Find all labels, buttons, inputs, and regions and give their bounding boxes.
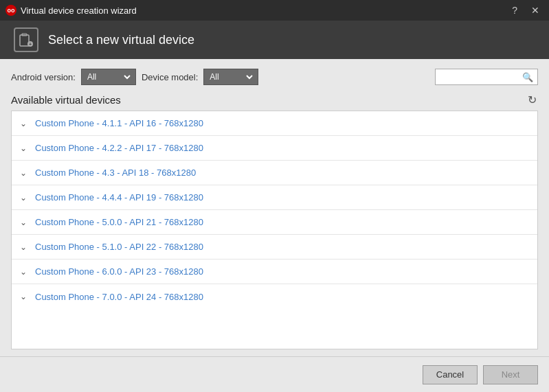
device-model-label: Device model: [142, 72, 198, 82]
content-area: Android version: All Device model: All 🔍… [0, 59, 549, 356]
device-item[interactable]: ⌄Custom Phone - 4.3 - API 18 - 768x1280 [12, 161, 537, 185]
device-item[interactable]: ⌄Custom Phone - 5.1.0 - API 22 - 768x128… [12, 235, 537, 260]
android-version-dropdown[interactable]: All [85, 71, 133, 82]
chevron-down-icon: ⌄ [19, 292, 28, 301]
device-item[interactable]: ⌄Custom Phone - 5.0.0 - API 21 - 768x128… [12, 210, 537, 235]
chevron-down-icon: ⌄ [19, 193, 28, 203]
chevron-down-icon: ⌄ [19, 218, 28, 227]
device-item[interactable]: ⌄Custom Phone - 4.4.4 - API 19 - 768x128… [12, 185, 537, 210]
device-name: Custom Phone - 4.3 - API 18 - 768x1280 [35, 168, 196, 178]
chevron-down-icon: ⌄ [19, 168, 28, 178]
android-version-select[interactable]: All [81, 69, 136, 85]
svg-text:+: + [29, 42, 32, 47]
chevron-down-icon: ⌄ [19, 143, 28, 153]
device-name: Custom Phone - 7.0.0 - API 24 - 768x1280 [35, 292, 203, 302]
device-model-dropdown[interactable]: All [207, 71, 255, 82]
search-box[interactable]: 🔍 [435, 69, 538, 85]
device-item[interactable]: ⌄Custom Phone - 6.0.0 - API 23 - 768x128… [12, 260, 537, 284]
chevron-down-icon: ⌄ [19, 119, 28, 128]
device-name: Custom Phone - 5.1.0 - API 22 - 768x1280 [35, 242, 203, 252]
device-item[interactable]: ⌄Custom Phone - 4.2.2 - API 17 - 768x128… [12, 136, 537, 161]
title-bar-left: oo Virtual device creation wizard [5, 5, 137, 16]
search-button[interactable]: 🔍 [521, 72, 535, 82]
window-title: Virtual device creation wizard [21, 5, 137, 16]
android-version-label: Android version: [11, 72, 76, 82]
next-button[interactable]: Next [483, 365, 538, 384]
cancel-button[interactable]: Cancel [423, 365, 478, 384]
refresh-button[interactable]: ↻ [526, 92, 538, 108]
help-button[interactable]: ? [508, 4, 522, 16]
device-list[interactable]: ⌄Custom Phone - 4.1.1 - API 16 - 768x128… [11, 111, 538, 349]
device-model-select[interactable]: All [203, 69, 258, 85]
device-item[interactable]: ⌄Custom Phone - 4.1.1 - API 16 - 768x128… [12, 111, 537, 136]
filter-row: Android version: All Device model: All 🔍 [11, 69, 538, 85]
footer: Cancel Next [0, 356, 549, 392]
device-name: Custom Phone - 5.0.0 - API 21 - 768x1280 [35, 217, 203, 227]
app-icon: oo [5, 5, 16, 16]
wizard-header: + Select a new virtual device [0, 21, 549, 59]
device-name: Custom Phone - 4.2.2 - API 17 - 768x1280 [35, 143, 203, 153]
chevron-down-icon: ⌄ [19, 267, 28, 277]
close-button[interactable]: ✕ [527, 4, 544, 16]
chevron-down-icon: ⌄ [19, 242, 28, 252]
search-input[interactable] [438, 72, 521, 82]
wizard-header-icon: + [14, 27, 38, 52]
devices-heading: Available virtual devices [11, 94, 121, 106]
device-name: Custom Phone - 4.4.4 - API 19 - 768x1280 [35, 192, 203, 203]
device-item[interactable]: ⌄Custom Phone - 7.0.0 - API 24 - 768x128… [12, 284, 537, 309]
device-name: Custom Phone - 4.1.1 - API 16 - 768x1280 [35, 118, 203, 128]
wizard-title: Select a new virtual device [48, 33, 194, 47]
device-name: Custom Phone - 6.0.0 - API 23 - 768x1280 [35, 266, 203, 277]
title-bar-controls: ? ✕ [508, 4, 544, 16]
title-bar: oo Virtual device creation wizard ? ✕ [0, 0, 549, 21]
devices-heading-row: Available virtual devices ↻ [11, 92, 538, 108]
